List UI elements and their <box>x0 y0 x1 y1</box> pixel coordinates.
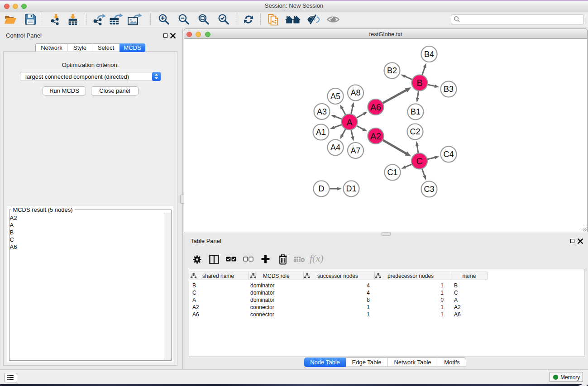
svg-text:C3: C3 <box>424 185 434 194</box>
svg-text:A6: A6 <box>370 102 381 112</box>
svg-text:A5: A5 <box>330 92 340 101</box>
svg-text:A: A <box>346 117 352 127</box>
svg-text:C2: C2 <box>410 127 420 136</box>
svg-text:C4: C4 <box>443 150 454 159</box>
svg-text:D1: D1 <box>346 184 356 193</box>
svg-text:B3: B3 <box>444 85 454 94</box>
svg-text:A8: A8 <box>350 88 360 97</box>
svg-text:B: B <box>416 78 422 88</box>
svg-text:A3: A3 <box>317 107 327 116</box>
svg-text:A4: A4 <box>330 143 340 152</box>
svg-text:A2: A2 <box>370 131 381 141</box>
svg-text:D: D <box>319 184 325 193</box>
svg-text:B2: B2 <box>387 66 397 75</box>
svg-text:A7: A7 <box>350 146 360 155</box>
svg-text:C: C <box>416 156 422 166</box>
svg-text:B4: B4 <box>424 50 434 59</box>
svg-text:C1: C1 <box>387 168 397 177</box>
svg-text:A1: A1 <box>316 128 326 137</box>
svg-text:B1: B1 <box>411 107 421 116</box>
